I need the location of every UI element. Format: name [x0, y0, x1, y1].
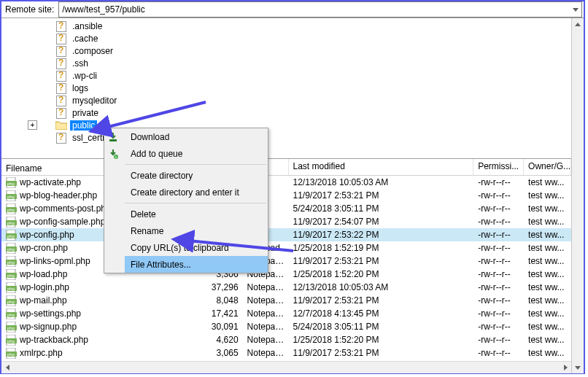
h-scrollbar[interactable]	[1, 361, 571, 373]
tree-node[interactable]: ?private	[55, 106, 571, 119]
file-row[interactable]: phpwp-mail.php8,048Notepad...11/9/2017 2…	[1, 294, 571, 307]
file-name: wp-settings.php	[20, 308, 81, 319]
svg-text:php: php	[7, 326, 15, 330]
file-row[interactable]: phpwp-load.php3,306Notepad...1/25/2018 1…	[1, 268, 571, 281]
scroll-down-button[interactable]	[572, 362, 584, 373]
menu-item[interactable]: Rename	[125, 222, 268, 239]
unknown-folder-icon: ?	[55, 21, 67, 31]
file-type: Notepad...	[243, 282, 289, 292]
svg-text:php: php	[7, 352, 15, 357]
tree-node-label: .cache	[70, 34, 100, 44]
php-file-icon: php	[6, 243, 18, 254]
menu-item[interactable]: Copy URL(s) to clipboard	[125, 239, 268, 256]
php-file-icon: php	[6, 282, 18, 293]
file-row[interactable]: phpwp-links-opml.php2,422Notepad...11/9/…	[1, 254, 571, 268]
remote-path-value: /www/test_957/public	[59, 4, 570, 15]
php-file-icon: php	[6, 295, 18, 306]
file-name: wp-config-sample.php	[20, 217, 105, 227]
menu-item[interactable]: Create directory and enter it	[125, 184, 268, 201]
col-permissions[interactable]: Permissi...	[473, 159, 524, 175]
file-row[interactable]: phpwp-config-sample.phpad...11/9/2017 2:…	[1, 215, 571, 228]
menu-item[interactable]: Download	[125, 128, 268, 145]
menu-item[interactable]: +Add to queue	[125, 145, 268, 162]
svg-text:php: php	[7, 182, 15, 186]
unknown-folder-icon: ?	[55, 46, 67, 55]
file-permissions: -rw-r--r--	[473, 295, 524, 306]
file-modified: 12/13/2018 10:05:03 AM	[288, 282, 473, 292]
file-row[interactable]: phpxmlrpc.php3,065Notepad...11/9/2017 2:…	[1, 346, 571, 359]
menu-item[interactable]: Delete	[125, 206, 268, 222]
file-permissions: -rw-r--r--	[473, 217, 524, 227]
file-owner: test ww...	[524, 348, 571, 358]
unknown-folder-icon: ?	[55, 108, 67, 117]
tree-node-label: .wp-cli	[70, 71, 99, 81]
tree-node-label: public	[70, 120, 97, 131]
file-permissions: -rw-r--r--	[473, 269, 524, 279]
download-icon	[107, 131, 119, 143]
file-row[interactable]: phpwp-activate.phpad...12/13/2018 10:05:…	[1, 176, 571, 189]
file-modified: 11/9/2017 2:53:22 PM	[288, 230, 473, 240]
menu-separator	[125, 203, 266, 203]
triangle-right-icon	[564, 365, 568, 370]
file-name: xmlrpc.php	[20, 348, 63, 358]
file-name: wp-comments-post.ph	[20, 203, 106, 214]
menu-item-label: Download	[131, 132, 169, 142]
file-size: 4,620	[198, 335, 243, 345]
menu-item-label: File Attributes...	[131, 260, 191, 270]
scroll-left-button[interactable]	[1, 362, 13, 373]
file-modified: 12/7/2018 4:13:45 PM	[288, 308, 473, 319]
v-scrollbar[interactable]	[571, 18, 584, 373]
file-row[interactable]: phpwp-signup.php30,091Notepad...5/24/201…	[1, 320, 571, 333]
file-owner: test ww...	[524, 203, 571, 214]
menu-item-label: Delete	[131, 209, 156, 219]
php-file-icon: php	[6, 335, 18, 346]
tree-node[interactable]: ?.ssh	[55, 57, 571, 69]
svg-text:php: php	[7, 247, 15, 252]
menu-item[interactable]: Create directory	[125, 167, 268, 184]
remote-tree-pane: ?.ansible?.cache?.composer?.ssh?.wp-cli?…	[1, 18, 571, 159]
svg-text:php: php	[7, 195, 15, 199]
col-modified[interactable]: Last modified	[289, 159, 474, 175]
scroll-up-button[interactable]	[572, 18, 584, 30]
tree-node-label: mysqleditor	[70, 96, 119, 106]
svg-text:+: +	[115, 155, 117, 159]
triangle-up-icon	[575, 23, 581, 26]
php-file-icon: php	[6, 256, 18, 267]
path-dropdown-button[interactable]	[570, 2, 581, 17]
tree-node[interactable]: ?.ansible	[55, 20, 571, 32]
file-row[interactable]: phpwp-comments-post.phad...5/24/2018 3:0…	[1, 202, 571, 215]
tree-node[interactable]: ?.cache	[55, 32, 571, 44]
remote-path-combobox[interactable]: /www/test_957/public	[58, 1, 582, 18]
file-modified: 12/13/2018 10:05:03 AM	[288, 177, 473, 187]
file-name: wp-trackback.php	[20, 335, 88, 345]
tree-node[interactable]: ?.wp-cli	[55, 69, 571, 82]
file-permissions: -rw-r--r--	[473, 190, 524, 201]
col-owner[interactable]: Owner/G...	[524, 159, 571, 175]
file-modified: 5/24/2018 3:05:11 PM	[288, 203, 473, 214]
file-row[interactable]: phpwp-trackback.php4,620Notepad...1/25/2…	[1, 333, 571, 346]
tree-node-label: logs	[70, 83, 90, 93]
file-permissions: -rw-r--r--	[473, 308, 524, 319]
expand-toggle[interactable]: +	[28, 120, 37, 130]
file-row[interactable]: phpwp-settings.php17,421Notepad...12/7/2…	[1, 307, 571, 320]
file-modified: 11/9/2017 2:53:21 PM	[288, 256, 473, 266]
tree-node[interactable]: ?logs	[55, 82, 571, 94]
menu-item-label: Create directory	[131, 171, 193, 181]
php-file-icon: php	[6, 217, 18, 228]
menu-item[interactable]: File Attributes...	[125, 256, 268, 273]
file-name: wp-signup.php	[20, 322, 77, 332]
menu-item-label: Create directory and enter it	[131, 187, 239, 198]
file-row[interactable]: phpwp-cron.php3,669Notepad1/25/2018 1:52…	[1, 241, 571, 254]
file-row[interactable]: phpwp-login.php37,296Notepad...12/13/201…	[1, 281, 571, 294]
file-row[interactable]: phpwp-config.phpad...11/9/2017 2:53:22 P…	[1, 228, 571, 241]
scroll-right-button[interactable]	[560, 362, 571, 373]
unknown-folder-icon: ?	[55, 71, 67, 80]
svg-text:php: php	[7, 208, 15, 212]
tree-node[interactable]: ?.composer	[55, 44, 571, 57]
file-type: Notepad...	[243, 322, 289, 332]
file-permissions: -rw-r--r--	[473, 282, 524, 292]
tree-node[interactable]: ?mysqleditor	[55, 94, 571, 106]
php-file-icon: php	[6, 190, 18, 201]
context-menu: Download+Add to queueCreate directoryCre…	[104, 128, 268, 273]
file-row[interactable]: phpwp-blog-header.phpad...11/9/2017 2:53…	[1, 189, 571, 202]
